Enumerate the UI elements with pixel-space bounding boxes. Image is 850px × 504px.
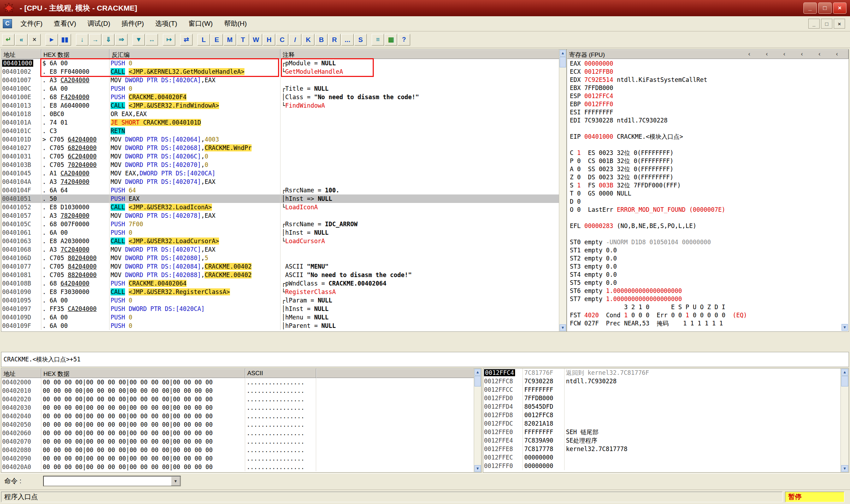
dump-header-hex[interactable]: HEX 数据: [41, 368, 245, 378]
disasm-row[interactable]: 00401097. FF35 CA204000PUSH DWORD PTR DS…: [1, 305, 559, 313]
disasm-row[interactable]: 00401045. A1 CA204000MOV EAX,DWORD PTR D…: [1, 169, 559, 178]
dump-row[interactable]: 0040209000 00 00 00|00 00 00 00|00 00 00…: [1, 454, 474, 463]
stack-row[interactable]: 0012FFEC00000000: [483, 453, 840, 462]
disasm-row[interactable]: 0040100E. 68 F4204000PUSH CRACKME.004020…: [1, 93, 559, 101]
register-line[interactable]: EBP 0012FFF0: [567, 100, 849, 108]
animate-into-button[interactable]: ⇓: [102, 34, 114, 46]
view-windows-button[interactable]: W: [250, 34, 262, 46]
mdi-minimize-button[interactable]: _: [808, 19, 820, 29]
pause-button[interactable]: ▮▮: [59, 34, 71, 46]
view-references-button[interactable]: R: [328, 34, 341, 46]
register-line[interactable]: [567, 141, 849, 149]
scroll-up-icon[interactable]: ▲: [560, 50, 566, 56]
register-line[interactable]: S 1 FS 003B 32位 7FFDF000(FFF): [567, 181, 849, 190]
register-line[interactable]: ST2 empty 0.0: [567, 254, 849, 263]
disassembly-scrollbar[interactable]: ▲ ▼: [559, 49, 566, 331]
dump-row[interactable]: 0040205000 00 00 00|00 00 00 00|00 00 00…: [1, 420, 474, 429]
goto-arrow-button[interactable]: ⇄: [180, 34, 193, 46]
step-over-button[interactable]: →: [89, 34, 101, 46]
disasm-row[interactable]: 0040104A. A3 74204000MOV DWORD PTR DS:[4…: [1, 178, 559, 186]
disasm-row[interactable]: 00401081. C705 88204000MOV DWORD PTR DS:…: [1, 271, 559, 279]
register-line[interactable]: [567, 230, 849, 238]
register-line[interactable]: D 0: [567, 198, 849, 206]
disasm-row[interactable]: 00401007. A3 CA204000MOV DWORD PTR DS:[4…: [1, 76, 559, 84]
dump-row[interactable]: 0040208000 00 00 00|00 00 00 00|00 00 00…: [1, 446, 474, 454]
disasm-row[interactable]: 0040108B. 68 64204000PUSH CRACKME.004020…: [1, 279, 559, 288]
dump-row[interactable]: 0040201000 00 00 00|00 00 00 00|00 00 00…: [1, 386, 474, 395]
menu-item-window[interactable]: 窗口(W): [183, 17, 219, 30]
collapse-arrow-icon[interactable]: ‹: [819, 50, 821, 58]
stack-row[interactable]: 0012FFD07FFDB000: [483, 394, 840, 402]
disasm-row[interactable]: 0040109F. 6A 00PUSH 0│hParent = NULL: [1, 322, 559, 330]
collapse-arrow-icon[interactable]: ‹: [836, 50, 838, 58]
scroll-thumb[interactable]: [560, 57, 566, 67]
scroll-down-icon[interactable]: ▼: [474, 465, 481, 472]
disasm-row[interactable]: 0040101C. C3RETN: [1, 127, 559, 135]
disasm-row[interactable]: 0040101D> C705 64204000MOV DWORD PTR DS:…: [1, 135, 559, 144]
collapse-arrow-icon[interactable]: ‹: [783, 50, 785, 58]
disasm-row[interactable]: 0040105C. 68 007F0000PUSH 7F00┌RsrcName …: [1, 220, 559, 228]
execute-till-return-button[interactable]: ↦: [163, 34, 175, 46]
cpu-window-icon[interactable]: C: [3, 19, 12, 28]
scroll-down-icon[interactable]: ▼: [560, 324, 566, 331]
dump-row[interactable]: 004020A000 00 00 00|00 00 00 00|00 00 00…: [1, 463, 474, 471]
disasm-row[interactable]: 0040106D. C705 80204000MOV DWORD PTR DS:…: [1, 254, 559, 262]
register-line[interactable]: EBX 7FFDB000: [567, 84, 849, 92]
menu-item-file[interactable]: 文件(F): [15, 17, 48, 30]
register-line[interactable]: FST 4020 Cond 1 0 0 0 Err 0 0 1 0 0 0 0 …: [567, 311, 849, 319]
register-line[interactable]: [567, 125, 849, 133]
register-line[interactable]: [567, 214, 849, 222]
disasm-row[interactable]: 00401057. A3 78204000MOV DWORD PTR DS:[4…: [1, 211, 559, 220]
stack-row[interactable]: 0012FFC87C930228ntdll.7C930228: [483, 377, 840, 385]
disasm-row[interactable]: 0040101A. 74 01JE SHORT CRACKME.0040101D: [1, 118, 559, 127]
disasm-row[interactable]: 00401051. 50PUSH EAX│hInst => NULL: [1, 194, 559, 203]
mdi-restore-button[interactable]: □: [821, 19, 832, 29]
stack-row[interactable]: 0012FFE47C839A90SE处理程序: [483, 436, 840, 445]
stack-row[interactable]: 0012FFF000000000: [483, 462, 840, 470]
menu-item-plugins[interactable]: 插件(P): [116, 17, 149, 30]
disasm-row[interactable]: 00401027. C705 68204000MOV DWORD PTR DS:…: [1, 144, 559, 152]
register-line[interactable]: 3 2 1 0 E S P U O Z D I: [567, 303, 849, 311]
dropdown-arrow-icon[interactable]: ▼: [171, 476, 180, 486]
view-executables-button[interactable]: E: [211, 34, 223, 46]
view-threads-button[interactable]: T: [237, 34, 249, 46]
disasm-row[interactable]: 0040103B. C705 70204000MOV DWORD PTR DS:…: [1, 161, 559, 169]
register-line[interactable]: ECX 0012FFB0: [567, 68, 849, 76]
view-breakpoints-button[interactable]: B: [315, 34, 327, 46]
column-header-hex[interactable]: HEX 数据: [41, 49, 110, 59]
register-line[interactable]: EDI 7C930228 ntd1l.7C930228: [567, 116, 849, 125]
run-button[interactable]: ►: [46, 34, 58, 46]
dump-row[interactable]: 0040204000 00 00 00|00 00 00 00|00 00 00…: [1, 412, 474, 420]
maximize-button[interactable]: □: [818, 2, 832, 14]
stack-row[interactable]: 0012FFC47C81776F返回到 kernel32.7C81776F: [483, 368, 840, 377]
menu-item-debug[interactable]: 调试(D): [82, 17, 116, 30]
register-line[interactable]: ST6 empty 1.0000000000000000000: [567, 287, 849, 295]
view-cpu-button[interactable]: C: [276, 34, 288, 46]
trace-into-button[interactable]: ▼: [132, 34, 145, 46]
collapse-arrow-icon[interactable]: ‹: [748, 50, 750, 58]
disasm-row[interactable]: 00401052. E8 D1030000CALL <JMP.&USER32.L…: [1, 203, 559, 211]
register-line[interactable]: Z 0 DS 0023 32位 0(FFFFFFFF): [567, 173, 849, 181]
register-line[interactable]: ESI FFFFFFFF: [567, 108, 849, 116]
dump-header-address[interactable]: 地址: [1, 368, 41, 378]
disasm-row[interactable]: 00401095. 6A 00PUSH 0┌lParam = NULL: [1, 296, 559, 305]
register-line[interactable]: A 0 SS 0023 32位 0(FFFFFFFF): [567, 165, 849, 173]
disasm-row[interactable]: 00401000$ 6A 00PUSH 0┌pModule = NULL: [1, 59, 559, 67]
help-button[interactable]: ?: [398, 34, 410, 46]
mdi-close-button[interactable]: ×: [834, 19, 845, 29]
view-runtrace-button[interactable]: ...: [341, 34, 354, 46]
disasm-row[interactable]: 00401031. C705 6C204000MOV DWORD PTR DS:…: [1, 152, 559, 161]
close-process-button[interactable]: ×: [28, 34, 41, 46]
register-line[interactable]: ST0 empty -UNORM D1D8 01050104 00000000: [567, 238, 849, 246]
disasm-row[interactable]: 00401077. C705 84204000MOV DWORD PTR DS:…: [1, 262, 559, 271]
view-patches-button[interactable]: /: [289, 34, 301, 46]
dump-row[interactable]: 0040207000 00 00 00|00 00 00 00|00 00 00…: [1, 437, 474, 446]
minimize-button[interactable]: _: [803, 2, 817, 14]
view-callstack-button[interactable]: K: [302, 34, 314, 46]
options-button[interactable]: ▦: [385, 34, 397, 46]
column-header-disassembly[interactable]: 反汇编: [110, 49, 281, 59]
disasm-row[interactable]: 0040109D. 6A 00PUSH 0│hMenu = NULL: [1, 313, 559, 322]
scroll-thumb[interactable]: [841, 376, 848, 386]
scroll-up-icon[interactable]: ▲: [841, 369, 848, 376]
restart-button[interactable]: «: [15, 34, 28, 46]
